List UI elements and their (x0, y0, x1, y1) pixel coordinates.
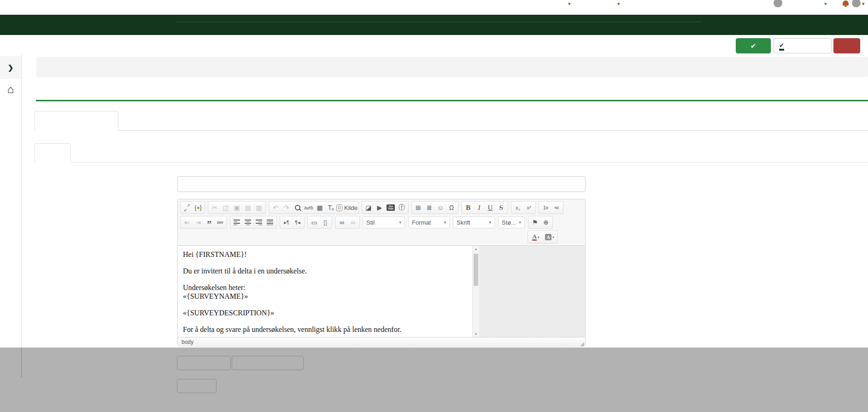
chevron-down-icon[interactable]: ▾ (824, 1, 827, 6)
bidi-rtl-button[interactable]: ¶◂ (292, 217, 303, 228)
paste-button[interactable]: ▣ (231, 202, 242, 213)
table-icon: ⊞ (416, 204, 421, 211)
save-button[interactable]: ✔ (774, 38, 832, 53)
bg-color-icon: A (545, 234, 551, 240)
left-sidebar: ❯ ⌂ (0, 54, 22, 349)
indent-button[interactable]: ⇥ (193, 217, 204, 228)
bulleted-list-button[interactable]: •≡ (551, 202, 562, 213)
notification-bell-icon[interactable] (843, 0, 849, 6)
remove-format-button[interactable]: Tₓ (325, 202, 336, 213)
text-color-button[interactable]: A▾ (529, 232, 543, 243)
scrollbar-thumb[interactable] (474, 254, 478, 286)
scroll-up-icon[interactable]: ▲ (473, 247, 479, 250)
toolbar-group: ∞∞ (335, 216, 360, 229)
div-container-button[interactable]: DIV (215, 217, 226, 228)
flash-button[interactable]: ⓕ (396, 202, 407, 213)
format-dropdown[interactable]: Format▾ (408, 216, 450, 228)
resize-grip-icon[interactable] (580, 342, 584, 346)
placeholder-button[interactable]: ▭ (309, 217, 320, 228)
redo-button[interactable]: ↷ (281, 202, 292, 213)
div-container-icon: DIV (217, 221, 223, 225)
cut-button[interactable]: ✂ (209, 202, 220, 213)
editor-paragraph: For å delta og svare på undersøkelsen, v… (183, 325, 467, 334)
templates-button[interactable]: ▯ (320, 217, 331, 228)
bidi-ltr-button[interactable]: ▸¶ (281, 217, 292, 228)
align-left-button[interactable] (231, 217, 242, 228)
editor-scrollbar[interactable]: ▲ ▼ (472, 246, 479, 337)
toolbar-group: ⊞≣☺Ω (411, 201, 458, 214)
toolbar-group: {●} (180, 201, 205, 214)
navbar-divider (175, 22, 701, 22)
undo-button[interactable]: ↶ (270, 202, 281, 213)
remove-format-icon: Tₓ (328, 204, 334, 211)
flag-button[interactable]: ⚑ (529, 217, 540, 228)
select-all-icon: ▦ (317, 204, 323, 211)
smiley-button[interactable]: ☺ (435, 202, 446, 213)
special-char-button[interactable]: Ω (446, 202, 457, 213)
scroll-down-icon[interactable]: ▼ (473, 332, 479, 336)
editor-status-bar: body (178, 337, 585, 347)
editor-paragraph: Hei {FIRSTNAME}! (183, 250, 467, 259)
image-button[interactable]: ◪ (363, 202, 374, 213)
replace-button[interactable]: a⇄b (303, 202, 314, 213)
toolbar-group: ▸¶¶◂ (280, 216, 305, 229)
link-button[interactable]: ∞ (336, 217, 347, 228)
align-justify-button[interactable] (264, 217, 276, 228)
user-avatar[interactable] (852, 0, 861, 7)
strikethrough-button[interactable]: S (496, 202, 507, 213)
bidi-ltr-icon: ▸¶ (284, 220, 289, 226)
toolbar-group: ✂◫▣▤▥ (208, 201, 266, 214)
copy-icon: ◫ (223, 204, 229, 211)
superscript-button[interactable]: x² (523, 202, 534, 213)
chevron-down-icon[interactable]: ▾ (568, 1, 571, 6)
chevron-down-icon[interactable]: ▾ (617, 1, 620, 6)
outdent-button[interactable]: ⇤ (182, 217, 193, 228)
subscript-button[interactable]: x₂ (512, 202, 523, 213)
top-menubar: ▾ ▾ ▾ ▾ (0, 0, 868, 15)
language-button[interactable]: ⊕ (540, 217, 551, 228)
align-center-button[interactable] (242, 217, 253, 228)
italic-button[interactable]: I (474, 202, 485, 213)
numbered-list-button[interactable]: 1≡ (540, 202, 551, 213)
token-icon: {●} (194, 204, 201, 211)
chevron-down-icon[interactable]: ▾ (862, 1, 865, 6)
select-all-button[interactable]: ▦ (314, 202, 325, 213)
blockquote-button[interactable]: ” (204, 217, 215, 228)
delete-button[interactable] (833, 38, 860, 53)
secondary-tab[interactable] (35, 143, 70, 162)
size-dropdown[interactable]: Stø...▾ (498, 216, 525, 228)
find-button[interactable] (292, 202, 303, 213)
token-button[interactable]: {●} (193, 202, 204, 213)
paste-word-button[interactable]: ▥ (253, 202, 264, 213)
editor-body[interactable]: Hei {FIRSTNAME}!Du er invitert til å del… (178, 246, 479, 337)
confirm-button[interactable]: ✔ (736, 38, 771, 53)
user-avatar[interactable] (774, 0, 782, 7)
copy-button[interactable]: ◫ (220, 202, 231, 213)
sidebar-item-home[interactable]: ⌂ (0, 80, 21, 99)
unlink-button[interactable]: ∞ (347, 217, 358, 228)
horizontal-rule-button[interactable]: ≣ (424, 202, 435, 213)
paste-text-button[interactable]: ▤ (242, 202, 253, 213)
replace-icon: a⇄b (304, 205, 313, 210)
home-icon: ⌂ (7, 83, 14, 95)
underline-button[interactable]: U (485, 202, 496, 213)
paste-text-icon: ▤ (245, 204, 251, 211)
bulleted-list-icon: •≡ (555, 205, 558, 210)
styles-dropdown[interactable]: Stil▾ (363, 216, 405, 228)
element-path-label[interactable]: body (182, 339, 194, 345)
secondary-tab-bar (35, 143, 868, 162)
bold-button[interactable]: B (463, 202, 474, 213)
source-button[interactable]: ⟨⟩Kilde (336, 202, 358, 213)
maximize-button[interactable] (182, 202, 193, 213)
sidebar-expand-button[interactable]: ❯ (0, 56, 21, 79)
youtube-button[interactable]: You Tube (385, 202, 396, 213)
align-left-icon (234, 220, 240, 225)
font-dropdown[interactable]: Skrift▾ (453, 216, 495, 228)
align-right-button[interactable] (253, 217, 264, 228)
subject-input[interactable] (177, 176, 586, 192)
table-button[interactable]: ⊞ (413, 202, 424, 213)
templates-icon: ▯ (323, 219, 327, 226)
primary-tab[interactable] (35, 111, 118, 131)
video-button[interactable]: ▶ (374, 202, 385, 213)
bg-color-button[interactable]: A▾ (543, 232, 557, 243)
